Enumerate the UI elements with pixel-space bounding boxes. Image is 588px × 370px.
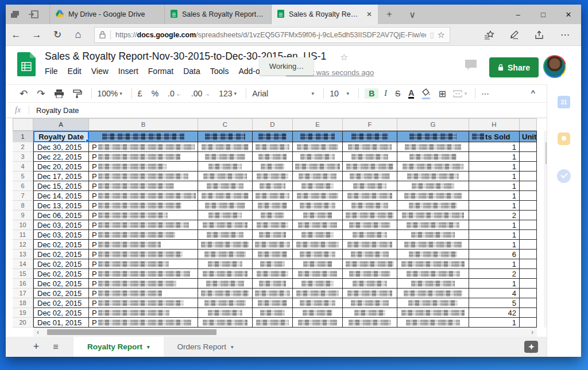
grid-cell[interactable] [89, 131, 198, 142]
grid-cell[interactable] [343, 230, 397, 240]
grid-cell[interactable] [397, 181, 469, 191]
row-number[interactable]: 4 [13, 162, 33, 172]
menu-format[interactable]: Format [148, 67, 173, 76]
grid-cell[interactable]: P [89, 279, 198, 289]
grid-cell[interactable] [520, 259, 537, 269]
new-tab-button[interactable]: + [378, 5, 401, 24]
grid-cell[interactable]: Dec 02, 2015 [33, 279, 89, 289]
grid-cell[interactable] [520, 230, 537, 240]
grid-cell[interactable] [198, 131, 253, 142]
grid-cell[interactable]: P [89, 172, 198, 181]
calendar-icon[interactable]: 31 [558, 96, 570, 108]
grid-cell[interactable]: Dec 14, 2015 [33, 191, 89, 201]
grid-cell[interactable]: Dec 01, 2015 [33, 318, 89, 328]
bold-button[interactable]: B [365, 88, 378, 99]
tasks-icon[interactable] [557, 169, 571, 183]
grid-cell[interactable]: 2 [469, 211, 520, 220]
grid-cell[interactable] [397, 269, 469, 279]
row-number[interactable]: 14 [13, 259, 33, 269]
selected-cell-a1[interactable]: Royalty Date [33, 131, 89, 142]
grid-cell[interactable] [397, 220, 469, 230]
grid-cell[interactable] [343, 289, 397, 298]
grid-cell[interactable] [198, 201, 253, 211]
grid-cell[interactable]: P [89, 240, 198, 250]
tab-preview-icon[interactable] [6, 5, 24, 24]
grid-cell[interactable]: 6 [469, 250, 520, 259]
paint-format-icon[interactable] [73, 89, 82, 98]
add-sheet-icon[interactable]: + [26, 341, 46, 353]
grid-cell[interactable] [397, 131, 469, 142]
grid-cell[interactable]: 1 [469, 240, 520, 250]
grid-cell[interactable]: Dec 15, 2015 [33, 181, 89, 191]
grid-cell[interactable] [343, 298, 397, 308]
sheet-tab-orders-report[interactable]: Orders Report ▾ [164, 337, 247, 357]
grid-cell[interactable] [293, 298, 343, 308]
grid-cell[interactable]: P [89, 308, 198, 318]
grid-cell[interactable]: P [89, 152, 198, 162]
grid-cell[interactable] [343, 201, 397, 211]
grid-cell[interactable]: 1 [469, 162, 520, 172]
grid-cell[interactable]: P [89, 191, 198, 201]
grid-cell[interactable] [343, 131, 397, 142]
grid-cell[interactable] [520, 269, 537, 279]
row-number[interactable]: 17 [13, 289, 33, 298]
grid-cell[interactable]: Dec 06, 2015 [33, 211, 89, 220]
grid-cell[interactable] [198, 240, 253, 250]
grid-cell[interactable] [343, 162, 397, 172]
grid-cell[interactable] [293, 279, 343, 289]
grid-cell[interactable] [397, 191, 469, 201]
grid-cell[interactable] [520, 220, 537, 230]
borders-icon[interactable]: ⊞ [438, 88, 446, 99]
row-number[interactable]: 5 [13, 172, 33, 181]
grid-cell[interactable] [520, 201, 537, 211]
grid-cell[interactable] [520, 308, 537, 318]
grid-cell[interactable]: P [89, 298, 198, 308]
minimize-button[interactable]: – [505, 5, 531, 24]
favorites-hub-icon[interactable] [477, 30, 502, 40]
grid-cell[interactable] [198, 289, 253, 298]
grid-cell[interactable] [293, 230, 343, 240]
zoom-select[interactable]: 100%▾ [98, 89, 122, 98]
italic-button[interactable]: I [384, 89, 387, 98]
grid-cell[interactable] [520, 318, 537, 328]
grid-cell[interactable] [397, 172, 469, 181]
row-number[interactable]: 16 [13, 279, 33, 289]
grid-cell[interactable] [253, 279, 293, 289]
grid-cell[interactable] [253, 191, 293, 201]
account-avatar[interactable] [543, 55, 566, 78]
grid-cell[interactable] [397, 162, 469, 172]
strikethrough-button[interactable]: S [395, 89, 400, 98]
grid-cell[interactable]: 4 [469, 289, 520, 298]
grid-cell[interactable]: 1 [469, 279, 520, 289]
font-size-select[interactable]: 10▾ [330, 89, 349, 98]
grid-cell[interactable]: 42 [469, 308, 520, 318]
horizontal-scrollbar[interactable]: ‹ › [33, 328, 537, 337]
close-tab-icon[interactable]: ✕ [366, 10, 372, 18]
grid-cell[interactable]: P [89, 269, 198, 279]
grid-cell[interactable] [520, 181, 537, 191]
format-percent-button[interactable]: % [152, 89, 158, 98]
grid-cell[interactable] [293, 220, 343, 230]
browser-tab-drive[interactable]: My Drive - Google Drive [49, 5, 164, 24]
grid-cell[interactable]: P [89, 259, 198, 269]
home-icon[interactable]: ⌂ [68, 29, 88, 41]
column-header-A[interactable]: A [33, 118, 89, 131]
grid-cell[interactable] [253, 318, 293, 328]
grid-cell[interactable] [198, 298, 253, 308]
grid-cell[interactable] [253, 250, 293, 259]
grid-cell[interactable] [343, 269, 397, 279]
grid-cell[interactable] [198, 279, 253, 289]
grid-cell[interactable]: 5 [469, 298, 520, 308]
grid-cell[interactable] [397, 279, 469, 289]
grid-cell[interactable] [520, 211, 537, 220]
more-options-icon[interactable]: ⋯ [552, 29, 578, 40]
grid-cell[interactable] [520, 298, 537, 308]
grid-cell[interactable] [293, 162, 343, 172]
grid-cell[interactable] [198, 220, 253, 230]
grid-cell[interactable] [253, 172, 293, 181]
grid-cell[interactable] [253, 142, 293, 152]
browser-tab-sheet-2-active[interactable]: Sales & Royalty Report- ✕ [271, 5, 378, 24]
grid-cell[interactable] [343, 220, 397, 230]
row-number[interactable]: 11 [13, 230, 33, 240]
grid-cell[interactable] [520, 142, 537, 152]
